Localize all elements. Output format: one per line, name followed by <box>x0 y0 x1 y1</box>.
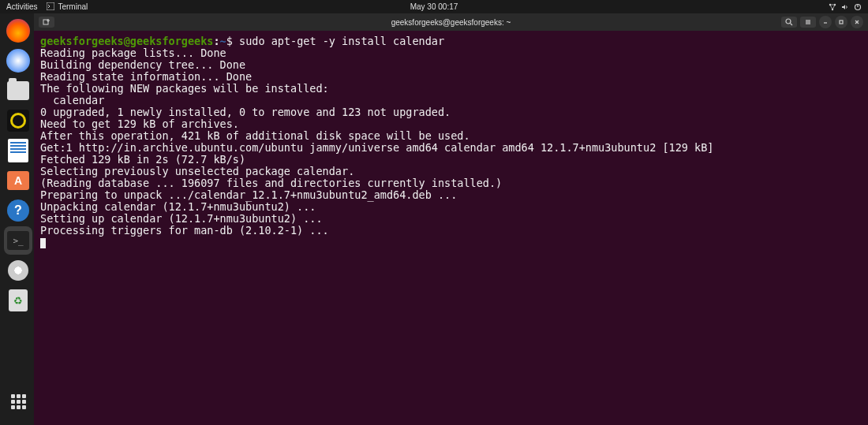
topbar-app-label: Terminal <box>58 2 88 11</box>
terminal-output-line: Need to get 129 kB of archives. <box>40 118 862 130</box>
terminal-body[interactable]: geeksforgeeks@geeksforgeeks:~$ sudo apt-… <box>34 31 868 425</box>
dock-trash[interactable] <box>4 286 32 315</box>
new-tab-button[interactable] <box>39 17 54 28</box>
maximize-icon <box>838 19 844 25</box>
terminal-output-line: Processing triggers for man-db (2.10.2-1… <box>40 225 862 237</box>
search-button[interactable] <box>781 17 797 28</box>
clock[interactable]: May 30 00:17 <box>410 2 458 11</box>
terminal-output-line: Building dependency tree... Done <box>40 59 862 71</box>
minimize-icon <box>822 19 829 25</box>
svg-line-10 <box>791 24 793 26</box>
terminal-output-line: Selecting previously unselected package … <box>40 166 862 177</box>
power-icon[interactable] <box>854 3 862 11</box>
window-title: geeksforgeeks@geeksforgeeks: ~ <box>391 18 511 27</box>
software-icon: A <box>7 171 29 190</box>
rhythmbox-icon <box>7 110 29 132</box>
close-icon <box>854 19 860 25</box>
gnome-topbar: Activities Terminal May 30 00:17 <box>0 0 868 13</box>
disk-icon <box>8 260 28 281</box>
terminal-output-line: 0 upgraded, 1 newly installed, 0 to remo… <box>40 106 862 118</box>
terminal-output-line: (Reading database ... 196097 files and d… <box>40 177 862 189</box>
terminal-output-line: The following NEW packages will be insta… <box>40 83 862 95</box>
prompt-sep: : <box>213 35 219 47</box>
minimize-button[interactable] <box>819 16 832 28</box>
svg-point-9 <box>786 19 791 24</box>
prompt-user-host: geeksforgeeks@geeksforgeeks <box>40 35 213 47</box>
dock-disk[interactable] <box>4 256 32 285</box>
apps-grid-icon <box>11 394 26 409</box>
maximize-button[interactable] <box>835 16 847 28</box>
terminal-output-line: After this operation, 421 kB of addition… <box>40 130 862 142</box>
svg-rect-0 <box>47 2 54 10</box>
window-titlebar: geeksforgeeks@geeksforgeeks: ~ <box>34 13 868 31</box>
cursor <box>40 238 46 248</box>
dock-ubuntu-software[interactable]: A <box>4 166 32 195</box>
terminal-output-line: Get:1 http://in.archive.ubuntu.com/ubunt… <box>40 142 862 154</box>
svg-rect-15 <box>840 21 843 24</box>
dock-thunderbird[interactable] <box>4 47 32 75</box>
dock-terminal[interactable]: >_ <box>4 226 32 255</box>
show-applications[interactable] <box>4 387 32 416</box>
search-icon <box>785 18 793 26</box>
command-text: sudo apt-get -y install calendar <box>239 35 444 47</box>
dock-libreoffice-writer[interactable] <box>4 136 32 165</box>
dock-help[interactable]: ? <box>4 196 32 225</box>
dock-rhythmbox[interactable] <box>4 106 32 135</box>
activities-button[interactable]: Activities <box>6 2 37 11</box>
terminal-output-line: Reading state information... Done <box>40 71 862 83</box>
prompt-path: ~ <box>220 35 226 47</box>
terminal-output-line: Fetched 129 kB in 2s (72.7 kB/s) <box>40 154 862 166</box>
firefox-icon <box>6 19 30 43</box>
terminal-output-line: Setting up calendar (12.1.7+nmu3ubuntu2)… <box>40 213 862 225</box>
volume-icon[interactable] <box>841 3 849 11</box>
menu-button[interactable] <box>800 17 816 28</box>
close-button[interactable] <box>851 16 863 28</box>
dock-files[interactable] <box>4 76 32 105</box>
files-icon <box>7 81 29 100</box>
terminal-icon: >_ <box>7 231 29 250</box>
topbar-current-app[interactable]: Terminal <box>47 2 88 12</box>
prompt-symbol: $ <box>226 35 233 47</box>
writer-icon <box>8 139 28 162</box>
dock-firefox[interactable] <box>4 17 32 45</box>
terminal-output-line: Preparing to unpack .../calendar_12.1.7+… <box>40 189 862 201</box>
dock: A ? >_ <box>2 13 34 425</box>
thunderbird-icon <box>6 49 30 73</box>
terminal-output-line: Unpacking calendar (12.1.7+nmu3ubuntu2) … <box>40 201 862 213</box>
help-icon: ? <box>7 199 29 222</box>
network-icon[interactable] <box>829 3 836 11</box>
new-tab-icon <box>43 18 51 26</box>
terminal-app-icon <box>47 2 54 12</box>
terminal-output-line: Reading package lists... Done <box>40 47 862 59</box>
trash-icon <box>9 289 28 311</box>
terminal-output-line: calendar <box>40 95 862 106</box>
terminal-window: geeksforgeeks@geeksforgeeks: ~ geeksforg… <box>34 13 868 425</box>
hamburger-icon <box>804 18 812 26</box>
